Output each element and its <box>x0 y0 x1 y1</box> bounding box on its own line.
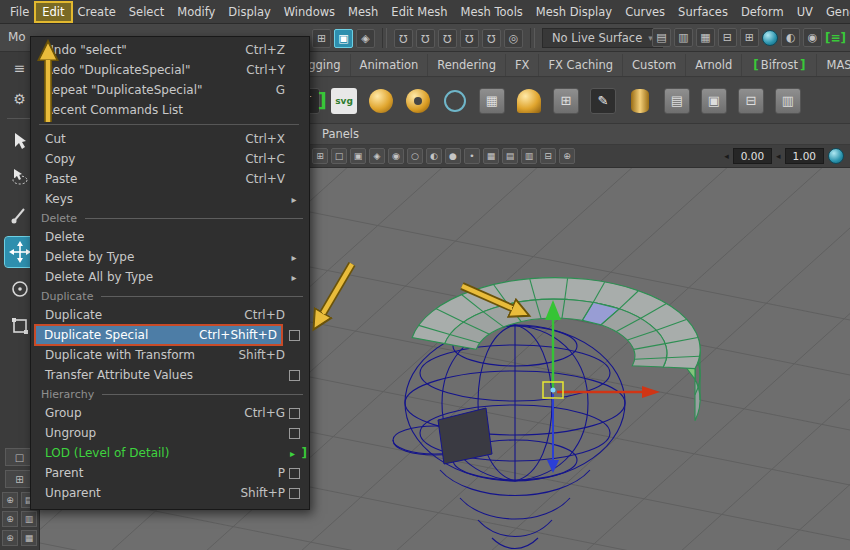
menu-item-duplicate-special[interactable]: Duplicate Special Ctrl+Shift+D <box>31 325 309 345</box>
menu-file[interactable]: File <box>4 3 35 21</box>
shelf-pencil-icon[interactable]: ✎ <box>588 86 618 116</box>
menu-create[interactable]: Create <box>72 3 122 21</box>
menu-item-keys[interactable]: Keys▸ <box>31 189 309 209</box>
menu-edit-mesh[interactable]: Edit Mesh <box>385 3 453 21</box>
menu-display[interactable]: Display <box>222 3 276 21</box>
menu-item-group[interactable]: GroupCtrl+G <box>31 403 309 423</box>
shelf-boolean-icon[interactable]: ⊟ <box>736 86 766 116</box>
menu-item-undo[interactable]: Undo "select"Ctrl+Z <box>31 40 309 60</box>
menu-item-ungroup[interactable]: Ungroup <box>31 423 309 443</box>
tab-fx-caching[interactable]: FX Caching <box>539 54 623 76</box>
menu-uv[interactable]: UV <box>791 3 819 21</box>
menu-generate[interactable]: Generate <box>820 3 850 21</box>
menu-item-delete[interactable]: Delete <box>31 227 309 247</box>
tab-animation[interactable]: Animation <box>351 54 429 76</box>
vp-xray-icon[interactable]: ⊕ <box>559 148 575 164</box>
layout-pane-button-5[interactable]: ⊕ <box>2 530 18 546</box>
shelf-stacked-cubes-icon[interactable]: ▤ <box>662 86 692 116</box>
menu-item-cut[interactable]: CutCtrl+X <box>31 129 309 149</box>
vp-ao-icon[interactable]: ● <box>445 148 461 164</box>
layout-pane-button-6[interactable]: ▦ <box>21 530 37 546</box>
gamma-field[interactable]: 1.00 <box>785 148 824 164</box>
vp-resolution-icon[interactable]: ◉ <box>388 148 404 164</box>
vp-shaded-icon[interactable]: ▤ <box>502 148 518 164</box>
menu-item-lod[interactable]: LOD (Level of Detail)▸] <box>31 443 309 463</box>
tab-custom[interactable]: Custom <box>623 54 686 76</box>
tab-mash[interactable]: MASH <box>817 54 850 76</box>
vp-render-ball-icon[interactable] <box>828 148 844 164</box>
snap-point-icon[interactable]: Ω <box>438 29 457 48</box>
panels-menu[interactable]: Panels <box>322 127 359 141</box>
menu-item-duplicate[interactable]: DuplicateCtrl+D <box>31 305 309 325</box>
render-view-icon[interactable]: ▥ <box>674 28 693 47</box>
tab-rendering[interactable]: Rendering <box>428 54 506 76</box>
menu-item-parent[interactable]: ParentP <box>31 463 309 483</box>
select-hierarchy-icon[interactable]: ⊞ <box>312 29 331 48</box>
option-box[interactable] <box>289 428 300 439</box>
shelf-cylinder-icon[interactable] <box>625 86 655 116</box>
menu-modify[interactable]: Modify <box>171 3 221 21</box>
shelf-columns-icon[interactable]: ▥ <box>773 86 803 116</box>
menu-deform[interactable]: Deform <box>735 3 790 21</box>
manipulator-x-arrowhead[interactable] <box>642 386 660 398</box>
snap-curve-icon[interactable]: Ω <box>416 29 435 48</box>
vp-wireframe-icon[interactable]: ▦ <box>483 148 499 164</box>
menu-edit[interactable]: Edit <box>36 3 70 21</box>
hamburger-icon[interactable]: ≡ <box>7 56 33 80</box>
shelf-svg-tool-icon[interactable]: svg <box>329 86 359 116</box>
menu-item-repeat[interactable]: Repeat "DuplicateSpecial"G <box>31 80 309 100</box>
snap-view-plane-icon[interactable]: Ω <box>482 29 501 48</box>
shelf-cube-grid-icon[interactable]: ▦ <box>477 86 507 116</box>
tab-arnold[interactable]: Arnold <box>686 54 742 76</box>
render-sphere-icon[interactable] <box>762 30 778 46</box>
layout-pane-button-4[interactable]: ▥ <box>21 511 37 527</box>
vp-textured-icon[interactable]: ▥ <box>521 148 537 164</box>
menu-item-redo[interactable]: Redo "DuplicateSpecial"Ctrl+Y <box>31 60 309 80</box>
vp-lighting-icon[interactable]: ○ <box>407 148 423 164</box>
exposure-field[interactable]: 0.00 <box>733 148 772 164</box>
shelf-wire-sphere-icon[interactable] <box>440 86 470 116</box>
shelf-torus-icon[interactable] <box>403 86 433 116</box>
render-settings-icon[interactable]: ⊞ <box>740 28 759 47</box>
option-box[interactable] <box>289 408 300 419</box>
select-component-icon[interactable]: ◈ <box>356 29 375 48</box>
snap-grid-icon[interactable]: Ω <box>394 29 413 48</box>
render-frame-icon[interactable]: ▦ <box>696 28 715 47</box>
menu-mesh-display[interactable]: Mesh Display <box>530 3 618 21</box>
option-box[interactable] <box>289 468 300 479</box>
shelf-sphere-icon[interactable] <box>366 86 396 116</box>
menu-item-transfer-attribute-values[interactable]: Transfer Attribute Values <box>31 365 309 385</box>
vp-isolate-icon[interactable]: ⊟ <box>540 148 556 164</box>
select-object-icon[interactable]: ▣ <box>334 29 353 48</box>
menu-item-delete-by-type[interactable]: Delete by Type▸ <box>31 247 309 267</box>
vp-field-chart-icon[interactable]: ◈ <box>369 148 385 164</box>
menu-curves[interactable]: Curves <box>619 3 671 21</box>
menu-item-duplicate-with-transform[interactable]: Duplicate with TransformShift+D <box>31 345 309 365</box>
construction-history-icon[interactable]: ▤ <box>652 28 671 47</box>
option-box[interactable] <box>289 488 300 499</box>
shelf-plane-icon[interactable]: ⊞ <box>551 86 581 116</box>
layout-pane-button-1[interactable]: ⊕ <box>2 492 18 508</box>
live-surface-field[interactable]: No Live Surface▾ <box>542 28 663 48</box>
ipr-render-icon[interactable]: ⊟ <box>718 28 737 47</box>
menu-item-paste[interactable]: PasteCtrl+V <box>31 169 309 189</box>
vp-film-gate-icon[interactable]: □ <box>331 148 347 164</box>
menu-item-copy[interactable]: CopyCtrl+C <box>31 149 309 169</box>
menu-item-recent-commands[interactable]: Recent Commands List <box>31 100 309 120</box>
menu-mesh-tools[interactable]: Mesh Tools <box>455 3 529 21</box>
sidebar-toggle-bracket-icon[interactable]: [≡] <box>825 31 846 45</box>
layout-pane-button-3[interactable]: ⊕ <box>2 511 18 527</box>
menu-surfaces[interactable]: Surfaces <box>672 3 734 21</box>
menu-item-unparent[interactable]: UnparentShift+P <box>31 483 309 503</box>
duplicate-special-option-box[interactable] <box>289 330 300 341</box>
menu-select[interactable]: Select <box>123 3 170 21</box>
menu-windows[interactable]: Windows <box>278 3 341 21</box>
display-layer-icon[interactable]: ◐ <box>781 28 800 47</box>
shelf-half-sphere-icon[interactable] <box>514 86 544 116</box>
anim-layer-icon[interactable]: ◉ <box>803 28 822 47</box>
make-live-icon[interactable]: ◎ <box>504 29 523 48</box>
tab-fx[interactable]: FX <box>506 54 540 76</box>
vp-shadows-icon[interactable]: ◐ <box>426 148 442 164</box>
option-box[interactable] <box>289 370 300 381</box>
menu-mesh[interactable]: Mesh <box>342 3 384 21</box>
